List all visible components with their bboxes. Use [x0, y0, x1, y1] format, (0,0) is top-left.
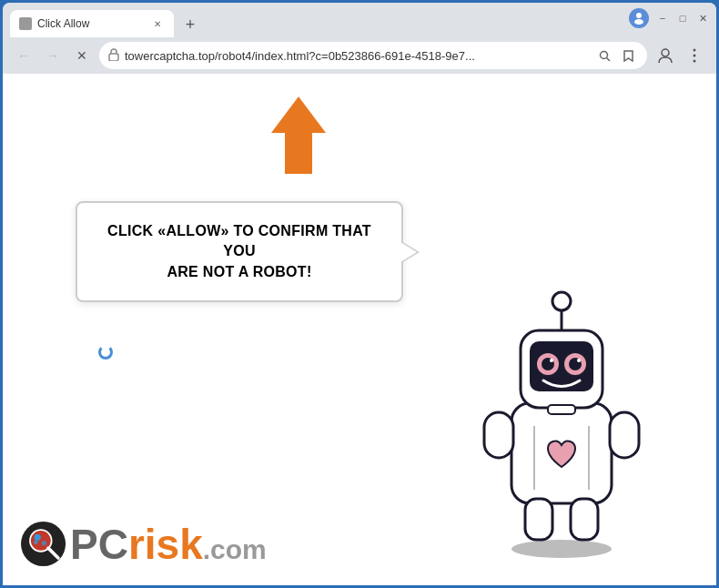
- page-content: CLICK «ALLOW» TO CONFIRM THAT YOU ARE NO…: [3, 74, 716, 585]
- svg-marker-10: [271, 96, 326, 174]
- loading-spinner: [98, 345, 113, 360]
- browser-profile-icon[interactable]: [629, 8, 649, 28]
- svg-rect-13: [484, 412, 513, 458]
- risk-text: risk: [128, 523, 203, 565]
- pcrisk-logo: PC risk .com: [21, 522, 267, 567]
- minimize-button[interactable]: −: [656, 12, 669, 25]
- reload-button[interactable]: ✕: [70, 44, 94, 67]
- com-text: .com: [203, 536, 267, 563]
- svg-line-4: [606, 57, 610, 61]
- window-controls: − □ ✕: [629, 8, 709, 32]
- lock-icon: [108, 48, 119, 64]
- url-bar[interactable]: towercaptcha.top/robot4/index.html?c=0b5…: [99, 42, 647, 69]
- tab-close-button[interactable]: ✕: [150, 16, 165, 31]
- user-profile-button[interactable]: [653, 43, 678, 68]
- robot-illustration: [461, 267, 662, 558]
- svg-point-11: [511, 540, 612, 558]
- speech-bubble: CLICK «ALLOW» TO CONFIRM THAT YOU ARE NO…: [76, 201, 403, 302]
- url-text: towercaptcha.top/robot4/index.html?c=0b5…: [125, 49, 589, 63]
- svg-rect-25: [548, 405, 575, 414]
- browser-window: Click Allow ✕ + − □ ✕ ← → ✕: [3, 3, 716, 585]
- svg-point-5: [662, 49, 669, 56]
- back-button[interactable]: ←: [12, 44, 35, 67]
- tab-title: Click Allow: [37, 17, 145, 30]
- svg-rect-16: [571, 499, 598, 540]
- pcrisk-icon: [21, 522, 66, 567]
- active-tab[interactable]: Click Allow ✕: [10, 10, 174, 37]
- bookmark-button[interactable]: [618, 46, 638, 66]
- search-url-button[interactable]: [594, 46, 614, 66]
- svg-point-24: [577, 359, 581, 362]
- svg-point-3: [600, 51, 607, 58]
- svg-point-1: [634, 19, 643, 25]
- svg-point-0: [636, 13, 642, 18]
- svg-point-32: [35, 534, 41, 541]
- svg-point-23: [550, 359, 553, 362]
- address-bar: ← → ✕ towercaptcha.top/robot4/index.html…: [3, 37, 716, 74]
- title-bar: Click Allow ✕ + − □ ✕: [3, 3, 716, 37]
- svg-rect-2: [109, 54, 118, 61]
- arrow-indicator: [267, 92, 339, 174]
- toolbar-right: [653, 43, 707, 68]
- svg-point-8: [694, 60, 696, 63]
- svg-point-34: [34, 540, 38, 544]
- tab-bar: Click Allow ✕ +: [10, 3, 203, 37]
- svg-point-33: [42, 541, 46, 545]
- speech-bubble-container: CLICK «ALLOW» TO CONFIRM THAT YOU ARE NO…: [76, 201, 403, 302]
- tab-favicon: [19, 17, 32, 30]
- url-actions: [594, 46, 638, 66]
- svg-point-6: [694, 49, 696, 52]
- maximize-button[interactable]: □: [676, 12, 689, 25]
- new-tab-button[interactable]: +: [177, 12, 203, 37]
- pc-text: PC: [70, 523, 128, 565]
- svg-point-27: [552, 292, 571, 310]
- captcha-message: CLICK «ALLOW» TO CONFIRM THAT YOU ARE NO…: [105, 221, 374, 282]
- svg-rect-14: [610, 412, 639, 458]
- forward-button[interactable]: →: [41, 44, 65, 67]
- pcrisk-brand-text: PC risk .com: [70, 523, 267, 565]
- svg-point-7: [694, 55, 696, 57]
- close-button[interactable]: ✕: [696, 12, 709, 25]
- svg-rect-15: [525, 499, 552, 540]
- more-options-button[interactable]: [682, 43, 707, 68]
